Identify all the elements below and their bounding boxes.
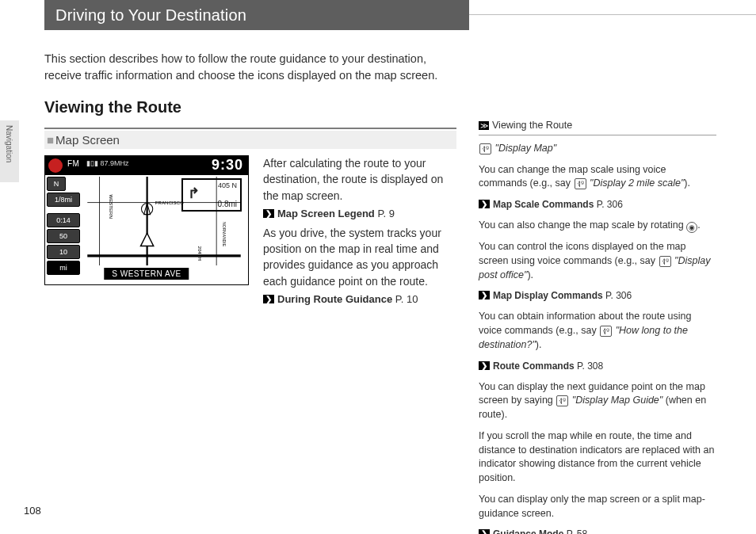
ref-icon: ❯ (479, 529, 490, 534)
intro-paragraph: This section describes how to follow the… (44, 51, 456, 84)
knob-icon: ◉ (686, 222, 697, 233)
voice-icon: ⦉ᵍ (600, 326, 612, 337)
svg-text:204TH: 204TH (197, 246, 203, 261)
eta-pill: 0:14 (47, 213, 80, 227)
ref-map-display-commands: ❯Map Display Commands P. 306 (479, 289, 716, 303)
ref-route-commands: ❯Route Commands P. 308 (479, 360, 716, 373)
ref-icon: ❯ (479, 361, 490, 370)
svg-text:NORMANDIE: NORMANDIE (222, 222, 227, 247)
ref-map-scale-commands: ❯Map Scale Commands P. 306 (479, 198, 716, 212)
map-paragraph-1: After calculating the route to your dest… (263, 155, 456, 204)
ref-icon: ❯ (263, 209, 274, 218)
map-screenshot: FM ▮▯▮ 87.9MHz 9:30 ↱ 405 N 0.8mi N (44, 155, 249, 285)
ref-map-screen-legend: ❯Map Screen Legend P. 9 (263, 207, 456, 222)
voice-icon: ⦉ᵍ (556, 395, 568, 406)
sidebar-heading-icon: ≫ (479, 121, 489, 130)
map-roads: WESTERN FRANCISCO 204TH NORMANDIE (80, 177, 248, 265)
sidebar-voice-top: ⦉ᵍ "Display Map" (479, 142, 716, 156)
sidebar-p2: You can also change the map scale by rot… (479, 219, 716, 233)
dist-pill: 10 (47, 245, 80, 259)
ref-icon: ❯ (263, 295, 274, 303)
current-street: S WESTERN AVE (104, 268, 189, 280)
radio-band: FM (67, 159, 79, 168)
section-rule (44, 128, 456, 129)
radio-freq: ▮▯▮ 87.9MHz (86, 159, 129, 167)
compass-pill: N (47, 177, 66, 191)
speed-pill: 50 (47, 229, 80, 243)
svg-text:FRANCISCO: FRANCISCO (155, 200, 184, 205)
ref-during-route-guidance: ❯During Route Guidance P. 10 (263, 292, 456, 307)
svg-marker-5 (140, 233, 153, 246)
nav-left-pills: N 1/8mi 0:14 50 10 mi (45, 175, 80, 275)
ref-icon: ❯ (479, 200, 490, 208)
sidebar-p6: If you scroll the map while en route, th… (479, 429, 716, 486)
section-heading: Viewing the Route (44, 98, 456, 116)
square-bullet-icon: ■ (47, 133, 54, 147)
scale-pill: 1/8mi (47, 193, 80, 207)
sidebar-heading: ≫Viewing the Route (479, 119, 716, 135)
side-tab-label: Navigation (5, 125, 13, 162)
sidebar-p7: You can display only the map screen or a… (479, 493, 716, 521)
svg-text:WESTERN: WESTERN (109, 194, 114, 218)
sidebar-p1: You can change the map scale using voice… (479, 163, 716, 192)
clock: 9:30 (212, 157, 243, 174)
voice-icon: ⦉ᵍ (659, 256, 671, 267)
traffic-icon (48, 158, 63, 173)
page-number: 108 (24, 505, 41, 517)
map-paragraph-2: As you drive, the system tracks your pos… (263, 225, 456, 289)
subsection-heading: ■Map Screen (44, 131, 456, 149)
sidebar-p3: You can control the icons displayed on t… (479, 240, 716, 282)
page-title: Driving to Your Destination (55, 6, 246, 24)
page-title-bar: Driving to Your Destination (44, 0, 469, 30)
side-tab: Navigation (0, 120, 19, 182)
voice-icon: ⦉ᵍ (479, 143, 491, 154)
ref-icon: ❯ (479, 291, 490, 299)
sidebar-p5: You can display the next guidance point … (479, 380, 716, 422)
dist-unit-pill: mi (47, 261, 80, 275)
nav-status-bar: FM ▮▯▮ 87.9MHz 9:30 (45, 156, 248, 175)
sidebar-p4: You can obtain information about the rou… (479, 310, 716, 352)
ref-guidance-mode: ❯Guidance Mode P. 58 (479, 528, 716, 534)
subsection-heading-text: Map Screen (55, 133, 120, 147)
voice-icon: ⦉ᵍ (575, 178, 586, 189)
